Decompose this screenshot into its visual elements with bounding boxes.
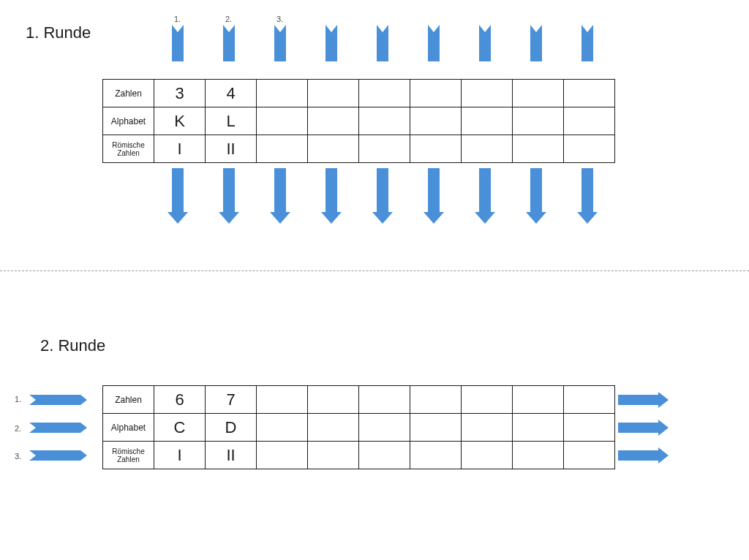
table-cell [564,107,615,135]
table-cell: II [206,442,257,469]
round1-in-arrow [581,25,593,61]
round1-in-arrow [274,25,286,61]
table-cell [359,135,410,163]
table-cell [308,442,359,469]
round2-out-arrow [618,395,658,405]
round1-out-arrow [223,168,235,212]
table-cell [513,414,564,442]
round1-in-arrow [530,25,542,61]
table-cell: C [154,414,206,442]
round2-row2-header: Alphabet [103,414,154,442]
round1-in-arrow [479,25,491,61]
table-cell [410,80,462,107]
table-cell [410,135,462,163]
round1-top-num-3: 3. [276,15,283,23]
round1-top-num-1: 1. [174,15,181,23]
table-cell [410,386,462,414]
table-cell [462,80,513,107]
table-cell [359,386,410,414]
table-cell [359,107,410,135]
table-cell: I [154,442,206,469]
table-cell [410,414,462,442]
table-cell [462,107,513,135]
table-cell [513,442,564,469]
table-cell: K [154,107,206,135]
table-cell [513,80,564,107]
table-cell [462,442,513,469]
table-cell [308,80,359,107]
table-cell [462,135,513,163]
table-cell [257,135,308,163]
table-cell [257,107,308,135]
round2-row1-header: Zahlen [103,386,154,414]
round2-out-arrow [618,450,658,461]
table-cell [308,107,359,135]
table-cell [359,442,410,469]
table-cell [308,386,359,414]
table-cell: D [206,414,257,442]
round2-left-num-2: 2. [15,424,21,433]
round2-row3-header: RömischeZahlen [103,442,154,469]
table-cell [564,442,615,469]
round1-out-arrow [530,168,542,212]
round1-in-arrow [223,25,235,61]
table-cell: 3 [154,80,206,107]
table-cell [513,135,564,163]
round1-in-arrow [428,25,440,61]
table-cell [257,386,308,414]
round1-table: Zahlen 3 4 Alphabet K L RömischeZahlen I… [102,79,615,163]
round1-in-arrow [325,25,337,61]
round1-row2-header: Alphabet [103,107,154,135]
round1-out-arrow [479,168,491,212]
table-cell [564,414,615,442]
table-cell [513,107,564,135]
round1-top-num-2: 2. [225,15,232,23]
table-cell: I [154,135,206,163]
round1-out-arrow [325,168,337,212]
table-cell [308,414,359,442]
table-cell [308,135,359,163]
round1-out-arrow [428,168,440,212]
table-cell [462,414,513,442]
table-cell [564,135,615,163]
table-cell [257,442,308,469]
table-cell [410,107,462,135]
round2-left-num-1: 1. [15,395,21,404]
round2-in-arrow [29,423,80,433]
round1-out-arrow [377,168,388,212]
table-cell [410,442,462,469]
table-cell [257,414,308,442]
table-cell [257,80,308,107]
table-cell: II [206,135,257,163]
round1-in-arrow [172,25,184,61]
round1-row1-header: Zahlen [103,80,154,107]
round2-in-arrow [29,450,80,461]
table-cell: L [206,107,257,135]
round2-in-arrow [29,395,80,405]
table-cell [359,414,410,442]
table-cell [359,80,410,107]
table-cell [564,80,615,107]
section-divider [0,270,749,271]
round1-out-arrow [172,168,184,212]
round1-out-arrow [274,168,286,212]
round1-row3-header: RömischeZahlen [103,135,154,163]
table-cell [513,386,564,414]
table-cell: 4 [206,80,257,107]
table-cell: 7 [206,386,257,414]
round1-in-arrow [377,25,388,61]
round2-left-num-3: 3. [15,452,21,461]
table-cell: 6 [154,386,206,414]
table-cell [462,386,513,414]
round2-out-arrow [618,423,658,433]
round1-title: 1. Runde [26,23,91,42]
round1-out-arrow [581,168,593,212]
table-cell [564,386,615,414]
round2-title: 2. Runde [40,336,105,355]
round2-table: Zahlen 6 7 Alphabet C D RömischeZahlen I… [102,385,615,469]
